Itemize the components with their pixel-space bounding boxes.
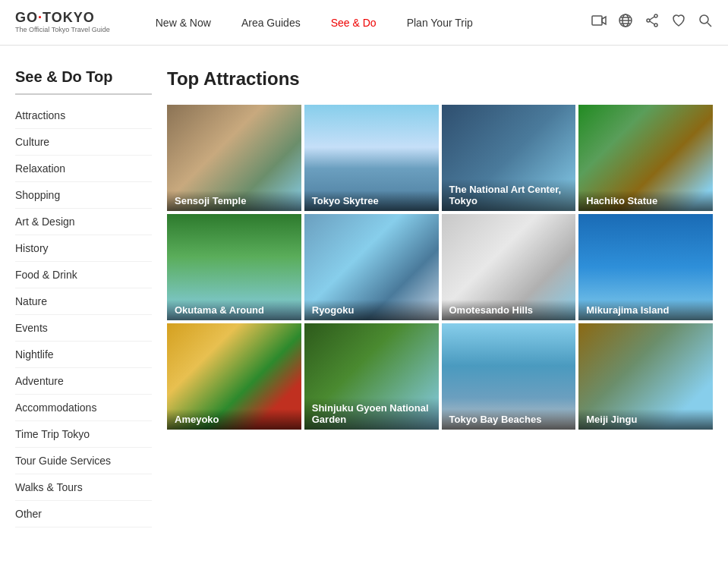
svg-line-12 xyxy=(708,23,711,27)
main-nav: New & Now Area Guides See & Do Plan Your… xyxy=(140,0,591,46)
svg-point-7 xyxy=(647,19,650,22)
card-label-omotesando: Omotesando Hills xyxy=(442,300,576,320)
attraction-card-meiji[interactable]: Meiji Jingu xyxy=(578,323,713,430)
video-icon[interactable] xyxy=(591,13,607,32)
attraction-card-mikurajima[interactable]: Mikurajima Island xyxy=(578,214,713,320)
sidebar-item-culture[interactable]: Culture xyxy=(15,129,152,156)
sidebar-item-walks-tours[interactable]: Walks & Tours xyxy=(15,474,152,501)
card-label-sensoji: Sensoji Temple xyxy=(167,191,301,211)
sidebar-menu: Attractions Culture Relaxation Shopping … xyxy=(15,102,152,527)
logo-subtitle: The Official Tokyo Travel Guide xyxy=(15,27,110,34)
attraction-card-tokyobay[interactable]: Tokyo Bay Beaches xyxy=(442,323,576,430)
attractions-grid: Sensoji Temple Tokyo Skytree The Nationa… xyxy=(167,105,713,430)
content-area: Top Attractions Sensoji Temple Tokyo Sky… xyxy=(167,68,713,527)
attraction-card-skytree[interactable]: Tokyo Skytree xyxy=(304,105,439,211)
svg-point-6 xyxy=(654,14,657,17)
logo[interactable]: GO·TOKYO The Official Tokyo Travel Guide xyxy=(15,11,110,35)
sidebar-item-art-design[interactable]: Art & Design xyxy=(15,209,152,235)
nav-area-guides[interactable]: Area Guides xyxy=(226,0,316,46)
card-label-hachiko: Hachiko Statue xyxy=(578,191,713,211)
sidebar-item-attractions[interactable]: Attractions xyxy=(15,102,152,129)
card-label-nationalart: The National Art Center, Tokyo xyxy=(442,179,576,211)
search-icon[interactable] xyxy=(698,13,713,32)
main-container: See & Do Top Attractions Culture Relaxat… xyxy=(0,46,728,550)
attraction-card-nationalart[interactable]: The National Art Center, Tokyo xyxy=(442,105,576,211)
sidebar-item-history[interactable]: History xyxy=(15,235,152,262)
card-label-okutama: Okutama & Around xyxy=(167,300,301,320)
attraction-card-ryogoku[interactable]: Ryogoku xyxy=(304,214,439,320)
header-icons xyxy=(591,13,713,32)
sidebar-item-events[interactable]: Events xyxy=(15,315,152,342)
sidebar-item-relaxation[interactable]: Relaxation xyxy=(15,156,152,182)
content-title: Top Attractions xyxy=(167,68,713,90)
attraction-card-omotesando[interactable]: Omotesando Hills xyxy=(442,214,576,320)
nav-see-do[interactable]: See & Do xyxy=(316,0,392,46)
svg-line-9 xyxy=(650,17,654,20)
nav-new-now[interactable]: New & Now xyxy=(140,0,226,46)
sidebar-item-shopping[interactable]: Shopping xyxy=(15,182,152,209)
sidebar: See & Do Top Attractions Culture Relaxat… xyxy=(15,68,167,527)
svg-line-10 xyxy=(650,21,654,24)
attraction-card-hachiko[interactable]: Hachiko Statue xyxy=(578,105,713,211)
share-icon[interactable] xyxy=(644,13,660,32)
attraction-card-okutama[interactable]: Okutama & Around xyxy=(167,214,301,320)
card-label-meiji: Meiji Jingu xyxy=(578,409,713,430)
card-label-mikurajima: Mikurajima Island xyxy=(578,300,713,320)
svg-point-11 xyxy=(700,15,708,24)
attraction-card-shinjuku[interactable]: Shinjuku Gyoen National Garden xyxy=(304,323,439,430)
sidebar-title: See & Do Top xyxy=(15,68,152,95)
sidebar-item-nature[interactable]: Nature xyxy=(15,288,152,315)
svg-rect-0 xyxy=(592,16,602,25)
sidebar-item-adventure[interactable]: Adventure xyxy=(15,368,152,395)
sidebar-item-accommodations[interactable]: Accommodations xyxy=(15,395,152,421)
sidebar-item-nightlife[interactable]: Nightlife xyxy=(15,342,152,368)
attraction-card-sensoji[interactable]: Sensoji Temple xyxy=(167,105,301,211)
card-label-skytree: Tokyo Skytree xyxy=(304,191,439,211)
sidebar-item-time-trip[interactable]: Time Trip Tokyo xyxy=(15,421,152,448)
card-label-ameyoko: Ameyoko xyxy=(167,409,301,430)
logo-title: GO·TOKYO xyxy=(15,11,110,26)
card-label-shinjuku: Shinjuku Gyoen National Garden xyxy=(304,398,439,430)
nav-plan-trip[interactable]: Plan Your Trip xyxy=(392,0,488,46)
sidebar-item-food-drink[interactable]: Food & Drink xyxy=(15,262,152,288)
heart-icon[interactable] xyxy=(671,13,686,32)
sidebar-item-other[interactable]: Other xyxy=(15,501,152,527)
header: GO·TOKYO The Official Tokyo Travel Guide… xyxy=(0,0,728,46)
globe-icon[interactable] xyxy=(618,13,633,32)
card-label-ryogoku: Ryogoku xyxy=(304,300,439,320)
sidebar-item-tour-guide[interactable]: Tour Guide Services xyxy=(15,448,152,474)
card-label-tokyobay: Tokyo Bay Beaches xyxy=(442,409,576,430)
svg-point-8 xyxy=(654,24,657,27)
attraction-card-ameyoko[interactable]: Ameyoko xyxy=(167,323,301,430)
